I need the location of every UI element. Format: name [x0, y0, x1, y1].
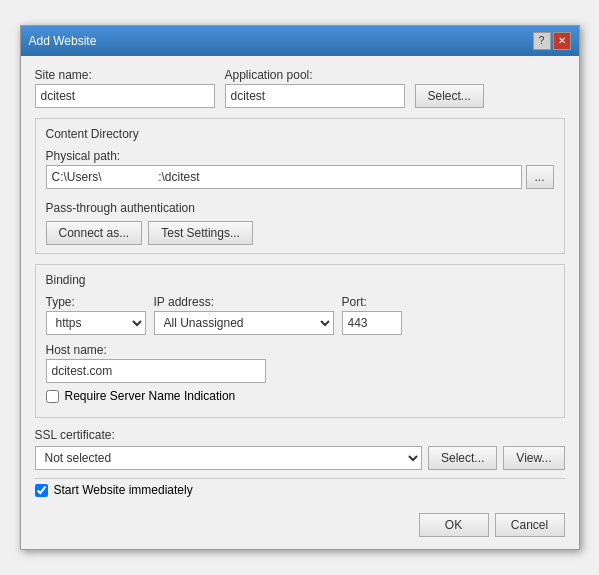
- port-label: Port:: [342, 295, 402, 309]
- close-button[interactable]: ✕: [553, 32, 571, 50]
- type-label: Type:: [46, 295, 146, 309]
- start-website-label: Start Website immediately: [54, 483, 193, 497]
- ssl-row: Not selected Select... View...: [35, 446, 565, 470]
- content-directory-title: Content Directory: [46, 127, 554, 141]
- start-website-row: Start Website immediately: [35, 478, 565, 497]
- type-group: Type: https: [46, 295, 146, 335]
- binding-section: Binding Type: https IP address: All Unas…: [35, 264, 565, 418]
- sni-label: Require Server Name Indication: [65, 389, 236, 403]
- sni-checkbox[interactable]: [46, 390, 59, 403]
- connect-as-button[interactable]: Connect as...: [46, 221, 143, 245]
- ip-group: IP address: All Unassigned: [154, 295, 334, 335]
- app-pool-label: Application pool:: [225, 68, 405, 82]
- ip-select[interactable]: All Unassigned: [154, 311, 334, 335]
- app-pool-select-button[interactable]: Select...: [415, 84, 484, 108]
- browse-button[interactable]: ...: [526, 165, 554, 189]
- help-button[interactable]: ?: [533, 32, 551, 50]
- port-group: Port:: [342, 295, 402, 335]
- binding-title: Binding: [46, 273, 554, 287]
- cancel-button[interactable]: Cancel: [495, 513, 565, 537]
- ssl-section: SSL certificate: Not selected Select... …: [35, 428, 565, 470]
- auth-buttons: Connect as... Test Settings...: [46, 221, 554, 245]
- start-website-checkbox[interactable]: [35, 484, 48, 497]
- sni-row: Require Server Name Indication: [46, 389, 554, 403]
- title-bar: Add Website ? ✕: [21, 26, 579, 56]
- site-name-label: Site name:: [35, 68, 215, 82]
- ip-label: IP address:: [154, 295, 334, 309]
- content-directory-section: Content Directory Physical path: ... Pas…: [35, 118, 565, 254]
- app-pool-input[interactable]: [225, 84, 405, 108]
- app-pool-group: Application pool:: [225, 68, 405, 108]
- site-name-group: Site name:: [35, 68, 215, 108]
- test-settings-button[interactable]: Test Settings...: [148, 221, 253, 245]
- physical-path-group: Physical path: ...: [46, 149, 554, 195]
- ssl-view-button[interactable]: View...: [503, 446, 564, 470]
- port-input[interactable]: [342, 311, 402, 335]
- hostname-group: Host name:: [46, 343, 554, 383]
- binding-row: Type: https IP address: All Unassigned P…: [46, 295, 554, 335]
- ssl-label: SSL certificate:: [35, 428, 565, 442]
- auth-label: Pass-through authentication: [46, 201, 554, 215]
- site-name-input[interactable]: [35, 84, 215, 108]
- physical-path-row: ...: [46, 165, 554, 189]
- add-website-dialog: Add Website ? ✕ Site name: Application p…: [20, 25, 580, 550]
- physical-path-label: Physical path:: [46, 149, 554, 163]
- type-select[interactable]: https: [46, 311, 146, 335]
- ok-cancel-row: OK Cancel: [35, 505, 565, 537]
- ssl-select[interactable]: Not selected: [35, 446, 423, 470]
- ok-button[interactable]: OK: [419, 513, 489, 537]
- dialog-title: Add Website: [29, 34, 97, 48]
- hostname-input[interactable]: [46, 359, 266, 383]
- ssl-select-button[interactable]: Select...: [428, 446, 497, 470]
- title-bar-buttons: ? ✕: [533, 32, 571, 50]
- physical-path-input[interactable]: [46, 165, 522, 189]
- hostname-label: Host name:: [46, 343, 554, 357]
- site-app-row: Site name: Application pool: Select...: [35, 68, 565, 108]
- dialog-body: Site name: Application pool: Select... C…: [21, 56, 579, 549]
